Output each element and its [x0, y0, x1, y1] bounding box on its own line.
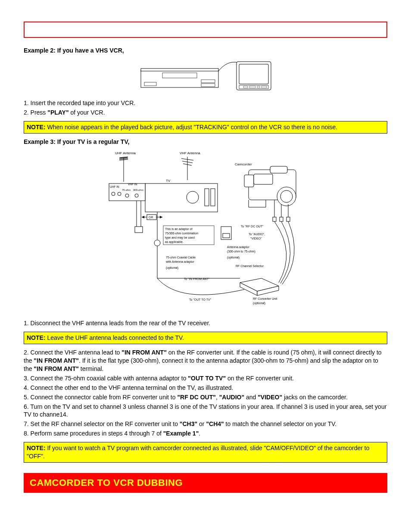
text: 8. Perform same procedures in steps 4 th…	[24, 430, 163, 437]
bold-ch4: "CH4"	[206, 420, 224, 427]
svg-rect-28	[254, 174, 273, 184]
text: and	[244, 394, 258, 401]
svg-rect-2	[162, 73, 197, 78]
bold-out-to-tv: "OUT TO TV"	[188, 375, 226, 382]
step-4: 4. Connect the other end to the VHF ante…	[24, 384, 387, 392]
svg-marker-42	[160, 216, 162, 218]
svg-point-47	[154, 240, 160, 246]
label-to-video: "VIDEO"	[250, 237, 262, 240]
example-3-heading: Example 3: If your TV is a regular TV,	[24, 138, 387, 146]
rf-converter-drawing	[240, 278, 279, 296]
step-2: 2. Connect the VHF antenna lead to "IN F…	[24, 348, 387, 373]
svg-point-36	[125, 194, 129, 197]
text: 7. Set the RF channel selector on the RF…	[24, 420, 180, 427]
label-coax-1: 75-ohm Coaxial Cable	[166, 256, 196, 259]
svg-rect-31	[205, 189, 209, 206]
note-text: Leave the UHF antenna leads connected to…	[46, 334, 184, 341]
label-vhf-in: VHF IN	[128, 183, 137, 186]
svg-marker-41	[142, 216, 144, 218]
svg-point-35	[118, 192, 121, 196]
bold-in-from-ant-1: "IN FROM ANT"	[121, 349, 167, 356]
bold-in-from-ant-2: "IN FROM ANT"	[34, 357, 79, 364]
svg-rect-45	[135, 227, 143, 233]
example-2-step-1: 1. Insert the recorded tape into your VC…	[24, 99, 387, 107]
svg-point-30	[187, 191, 199, 203]
step-7: 7. Set the RF channel selector on the RF…	[24, 420, 387, 428]
svg-point-37	[135, 194, 138, 197]
label-to-audio: To "AUDIO",	[249, 233, 265, 236]
svg-rect-55	[280, 217, 283, 221]
svg-rect-1	[141, 68, 218, 71]
label-adaptor-2: 75/300-ohm combination	[165, 232, 198, 235]
note-tracking: NOTE: When noise appears in the played b…	[24, 121, 387, 134]
note-cam-off-video: NOTE: If you want to watch a TV program …	[24, 442, 387, 463]
step-3: 3. Connect the 75-ohm coaxial cable with…	[24, 374, 387, 383]
label-antenna-adaptor-1: Antenna adaptor	[227, 246, 249, 249]
play-label: "PLAY"	[47, 109, 68, 116]
note-label: NOTE:	[27, 334, 46, 341]
text: terminal.	[79, 365, 104, 372]
label-300ohm: 300-ohm	[133, 189, 143, 191]
step-5: 5. Connect the connector cable from RF c…	[24, 393, 387, 401]
label-antenna-adaptor-2: (300-ohm to 75-ohm)	[227, 250, 255, 253]
text: 5. Connect the connector cable from RF c…	[24, 394, 177, 401]
label-vhf-antenna: VHF Antenna	[180, 151, 200, 155]
svg-rect-7	[239, 64, 268, 84]
text: ,	[216, 394, 219, 401]
label-optional-2: (optional)	[166, 266, 178, 270]
red-frame-top	[24, 22, 387, 38]
label-to-in-from-ant: To "IN FROM ANT"	[184, 277, 210, 280]
svg-point-26	[280, 190, 293, 202]
camcorder-drawing	[244, 166, 296, 207]
note-uhf-leads: NOTE: Leave the UHF antenna leads connec…	[24, 332, 387, 344]
note-label: NOTE:	[27, 445, 46, 451]
bold-video: "VIDEO"	[258, 394, 282, 401]
svg-rect-3	[144, 82, 156, 86]
figure-vcr-tv	[24, 58, 387, 94]
label-optional-1: (optional)	[227, 256, 240, 259]
label-rf-selector: RF Channel Selector	[236, 264, 264, 268]
step-8: 8. Perform same procedures in steps 4 th…	[24, 429, 387, 438]
figure-rf-converter: UHF Antenna VHF Antenna Camcorder	[24, 149, 387, 314]
label-rf-conv-2: (optional)	[253, 302, 265, 305]
example-2-heading: Example 2: If you have a VHS VCR,	[24, 47, 387, 55]
label-uhf-antenna: UHF Antenna	[115, 151, 136, 155]
label-adaptor-3: type and may be used	[165, 236, 195, 240]
section-banner-dubbing: CAMCORDER TO VCR DUBBING	[24, 473, 387, 493]
label-to-rf-dc-out: To "RF DC OUT"	[241, 225, 264, 228]
svg-rect-32	[211, 189, 215, 206]
text: of your VCR.	[69, 109, 105, 116]
bold-ch3: "CH3"	[180, 420, 197, 427]
example-3-step-1: 1. Disconnect the VHF antenna leads from…	[24, 319, 387, 327]
label-rf-conv-1: RF Converter Unit	[253, 297, 277, 300]
text: or	[197, 420, 206, 427]
svg-rect-5	[201, 84, 215, 87]
label-uhf-in: UHF IN	[110, 185, 119, 188]
text: to match the channel selector on your TV…	[224, 420, 337, 427]
label-camcorder: Camcorder	[235, 162, 252, 166]
label-to-out-to-tv: To "OUT TO TV"	[189, 298, 212, 301]
label-tv: TV	[166, 179, 171, 183]
text: .	[199, 430, 200, 437]
text: on the RF converter unit.	[226, 375, 294, 382]
text: jacks on the camcorder.	[282, 394, 348, 401]
bold-audio: "AUDIO"	[219, 394, 244, 401]
svg-rect-54	[273, 217, 276, 221]
bold-example-1: "Example 1"	[163, 430, 199, 437]
text: 2. Press	[24, 109, 47, 116]
note-text: If you want to watch a TV program with c…	[27, 445, 370, 460]
label-adaptor-4: as applicable.	[165, 240, 184, 244]
bold-rf-dc-out: "RF DC OUT"	[177, 394, 216, 401]
svg-rect-58	[223, 233, 230, 238]
label-75ohm: 75-ohm	[122, 189, 131, 191]
note-text: When noise appears in the played back pi…	[46, 124, 338, 131]
step-6: 6. Turn on the TV and set to channel 3 u…	[24, 403, 387, 419]
label-or: OR	[149, 216, 153, 219]
svg-rect-24	[244, 175, 254, 187]
label-adaptor-1: This is an adaptor of	[165, 227, 192, 231]
svg-rect-4	[201, 80, 215, 83]
example-2-step-2: 2. Press "PLAY" of your VCR.	[24, 109, 387, 117]
document-page: Example 2: If you have a VHS VCR, 1. Ins…	[0, 0, 411, 519]
svg-rect-56	[286, 217, 290, 221]
text: 3. Connect the 75-ohm coaxial cable with…	[24, 375, 188, 382]
